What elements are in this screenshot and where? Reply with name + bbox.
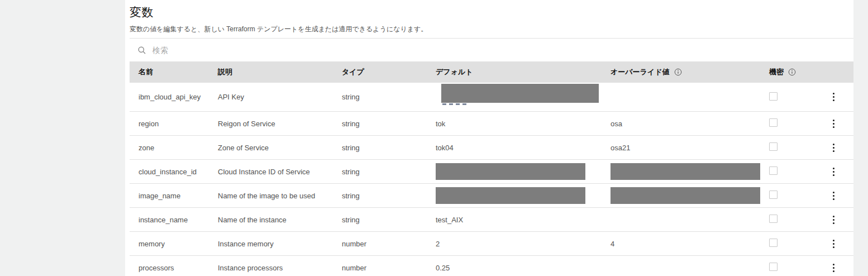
cell-default bbox=[427, 163, 602, 180]
row-overflow-menu-button[interactable] bbox=[829, 140, 838, 155]
cell-description: Cloud Instance ID of Service bbox=[209, 168, 333, 176]
redacted-value-block bbox=[441, 84, 599, 103]
overflow-menu-icon bbox=[833, 216, 834, 217]
overflow-menu-icon bbox=[833, 126, 834, 128]
cell-override: osa bbox=[602, 120, 760, 128]
cell-name: region bbox=[130, 120, 209, 128]
cell-actions bbox=[813, 212, 853, 227]
row-overflow-menu-button[interactable] bbox=[829, 89, 838, 104]
overflow-menu-icon bbox=[833, 99, 834, 101]
cell-name: instance_name bbox=[130, 216, 209, 224]
variables-table: 名前説明タイプデフォルトオーバーライド値機密 ibm_cloud_api_key… bbox=[130, 61, 853, 276]
cell-name: cloud_instance_id bbox=[130, 168, 209, 176]
overflow-menu-icon bbox=[833, 192, 834, 193]
sensitive-checkbox[interactable] bbox=[769, 215, 778, 223]
overflow-menu-icon bbox=[833, 264, 834, 265]
cell-override bbox=[602, 163, 760, 180]
cell-sensitive bbox=[760, 118, 813, 129]
column-header-label: デフォルト bbox=[436, 67, 473, 77]
overflow-menu-icon bbox=[833, 171, 834, 173]
redacted-value-block bbox=[436, 187, 585, 204]
cell-override: osa21 bbox=[602, 144, 760, 152]
cell-actions bbox=[813, 260, 853, 275]
info-icon[interactable] bbox=[674, 68, 682, 76]
column-header-label: 説明 bbox=[218, 67, 232, 77]
sensitive-checkbox[interactable] bbox=[769, 191, 778, 199]
cell-type: string bbox=[333, 168, 427, 176]
redacted-text-remnant bbox=[442, 103, 468, 105]
cell-default: tok04 bbox=[427, 144, 602, 152]
cell-description: Name of the instance bbox=[209, 216, 333, 224]
overflow-menu-icon bbox=[833, 267, 834, 269]
column-header-sensitive: 機密 bbox=[760, 61, 813, 83]
search-input[interactable] bbox=[152, 39, 853, 61]
table-row-region: regionReigon of Servicestringtokosa bbox=[130, 112, 853, 136]
row-overflow-menu-button[interactable] bbox=[829, 116, 838, 131]
cell-sensitive bbox=[760, 263, 813, 273]
overflow-menu-icon bbox=[833, 96, 834, 98]
table-row-image_name: image_nameName of the image to be usedst… bbox=[130, 184, 853, 208]
sensitive-checkbox[interactable] bbox=[769, 118, 778, 127]
cell-description: Reigon of Service bbox=[209, 120, 333, 128]
column-header-label: タイプ bbox=[342, 67, 364, 77]
sensitive-checkbox[interactable] bbox=[769, 92, 778, 101]
cell-type: number bbox=[333, 264, 427, 272]
cell-default bbox=[427, 83, 602, 111]
column-header-name: 名前 bbox=[130, 61, 209, 83]
sensitive-checkbox[interactable] bbox=[769, 239, 778, 247]
table-row-processors: processorsInstance processorsnumber0.25 bbox=[130, 256, 853, 276]
table-row-zone: zoneZone of Servicestringtok04osa21 bbox=[130, 136, 853, 160]
cell-description: Instance memory bbox=[209, 240, 333, 248]
cell-description: Zone of Service bbox=[209, 144, 333, 152]
cell-description: Instance processors bbox=[209, 264, 333, 272]
row-overflow-menu-button[interactable] bbox=[829, 236, 838, 251]
table-row-cloud_instance_id: cloud_instance_idCloud Instance ID of Se… bbox=[130, 160, 853, 184]
sensitive-checkbox[interactable] bbox=[769, 166, 778, 175]
overflow-menu-icon bbox=[833, 120, 834, 121]
cell-description: Name of the image to be used bbox=[209, 192, 333, 200]
column-header-label: オーバーライド値 bbox=[611, 67, 670, 77]
row-overflow-menu-button[interactable] bbox=[829, 212, 838, 227]
column-header-type: タイプ bbox=[333, 61, 427, 83]
overflow-menu-icon bbox=[833, 198, 834, 200]
cell-name: memory bbox=[130, 240, 209, 248]
overflow-menu-icon bbox=[833, 93, 834, 94]
cell-actions bbox=[813, 164, 853, 179]
overflow-menu-icon bbox=[833, 195, 834, 197]
overflow-menu-icon bbox=[833, 168, 834, 169]
redacted-value-block bbox=[611, 187, 760, 204]
overflow-menu-icon bbox=[833, 240, 834, 241]
cell-sensitive bbox=[760, 215, 813, 225]
info-icon[interactable] bbox=[788, 68, 796, 76]
page: 変数 変数の値を編集すると、新しい Terraform テンプレートを生成または… bbox=[0, 0, 868, 276]
sensitive-checkbox[interactable] bbox=[769, 142, 778, 151]
search-toolbar bbox=[130, 38, 853, 61]
cell-actions bbox=[813, 116, 853, 131]
sensitive-checkbox[interactable] bbox=[769, 263, 778, 271]
cell-name: processors bbox=[130, 264, 209, 272]
overflow-menu-icon bbox=[833, 144, 834, 145]
search-icon bbox=[137, 46, 146, 55]
column-header-description: 説明 bbox=[209, 61, 333, 83]
cell-type: string bbox=[333, 120, 427, 128]
cell-actions bbox=[813, 140, 853, 155]
cell-sensitive bbox=[760, 92, 813, 102]
row-overflow-menu-button[interactable] bbox=[829, 164, 838, 179]
cell-name: zone bbox=[130, 144, 209, 152]
table-row-ibm_cloud_api_key: ibm_cloud_api_keyAPI Keystring bbox=[130, 83, 853, 112]
row-overflow-menu-button[interactable] bbox=[829, 188, 838, 203]
column-header-override: オーバーライド値 bbox=[602, 61, 760, 83]
column-header-actions bbox=[813, 61, 853, 83]
overflow-menu-icon bbox=[833, 147, 834, 149]
overflow-menu-icon bbox=[833, 243, 834, 245]
cell-type: string bbox=[333, 192, 427, 200]
column-header-label: 機密 bbox=[769, 67, 784, 77]
cell-sensitive bbox=[760, 191, 813, 201]
redacted-value-block bbox=[611, 163, 760, 180]
cell-default: 2 bbox=[427, 240, 602, 248]
page-title: 変数 bbox=[130, 4, 853, 20]
cell-name: image_name bbox=[130, 192, 209, 200]
column-header-default: デフォルト bbox=[427, 61, 602, 83]
cell-sensitive bbox=[760, 142, 813, 153]
row-overflow-menu-button[interactable] bbox=[829, 260, 838, 275]
